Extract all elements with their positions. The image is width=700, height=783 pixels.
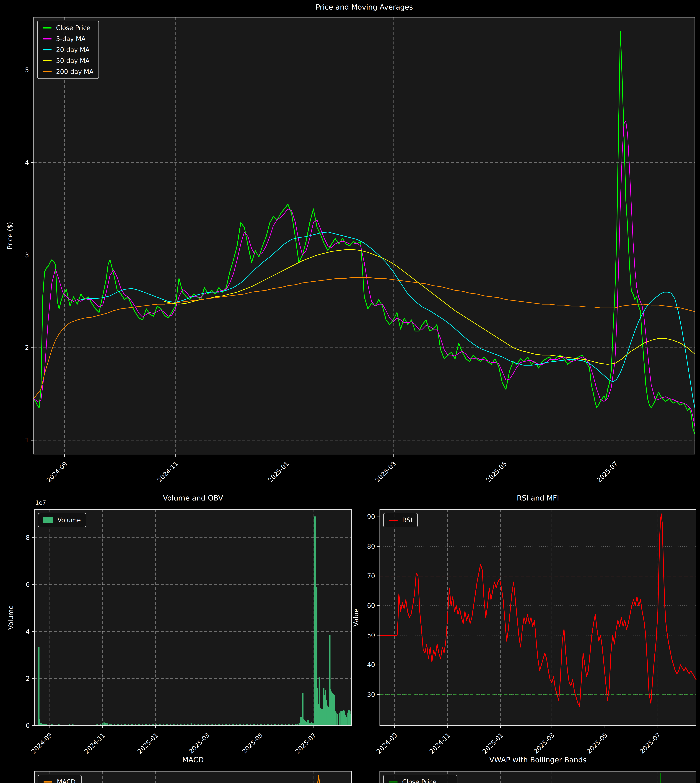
y-tick-label: 50 [367,631,375,639]
volume-bar [102,723,103,726]
y-tick-label: 60 [367,602,375,609]
legend-item: Volume [43,516,81,524]
legend-item: 5-day MA [43,35,93,42]
y-tick-label: 70 [367,572,375,580]
y-tick-label: 1 [25,436,29,444]
y-tick-label: 90 [367,513,375,520]
y-tick-label: 6 [26,581,30,588]
volume-bar [38,647,40,726]
x-tick-label: 2025-05 [485,460,508,484]
volume-bar [314,516,316,726]
volume-bar [107,723,108,726]
legend-line-swatch [43,49,52,50]
plot-area [34,17,695,454]
y-tick-label: 0 [26,722,30,729]
x-tick-label: 2025-07 [294,731,317,755]
y-tick-label: 2 [26,675,30,682]
legend-item: Close Price [43,24,93,32]
legend-line-swatch [43,27,52,28]
legend-patch-swatch [43,517,53,523]
volume-bar [239,724,241,726]
figure: 2024-092024-112025-012025-032025-052025-… [0,0,700,783]
plot-area [35,771,352,783]
x-tick-label: 2024-11 [156,460,180,484]
volume-chart-title: Volume and OBV [35,494,352,502]
volume-bar [191,723,192,726]
legend-label: MACD [57,778,76,783]
legend-line-swatch [389,520,398,521]
y-tick-label: 3 [25,252,29,259]
legend-line-swatch [43,71,52,72]
price-chart-title: Price and Moving Averages [34,3,695,11]
x-tick-label: 2025-03 [374,460,397,484]
volume-bar [335,713,337,726]
x-tick-label: 2025-05 [241,731,264,755]
y-tick-label: 5 [25,67,29,73]
legend-item: 20-day MA [43,46,93,53]
volume-bar [346,717,347,726]
legend-label: 20-day MA [56,46,90,53]
y-tick-label: 4 [26,628,30,635]
x-tick-label: 2024-11 [428,731,452,755]
rsi-chart-ylabel: Value [352,608,360,626]
y-tick-label: 8 [26,534,30,541]
legend-item: MACD [43,778,76,783]
x-tick-label: 2025-03 [187,731,211,755]
rsi-chart-title: RSI and MFI [380,494,696,502]
plot-area [380,510,696,726]
legend-label: Volume [57,516,81,524]
plot-area [35,510,352,726]
legend-label: 200-day MA [56,68,93,75]
volume-bar [298,723,300,726]
legend-item: RSI [389,516,412,524]
x-tick-label: 2025-01 [136,731,160,755]
volume-axis-offset-text: 1e7 [35,500,46,506]
legend-line-swatch [43,60,52,62]
legend-line-swatch [43,781,52,783]
volume-bar [300,717,302,726]
macd-chart-title: MACD [35,756,352,764]
x-tick-label: 2025-01 [481,731,505,755]
x-tick-label: 2025-05 [585,731,609,755]
legend-label: RSI [402,516,412,524]
x-tick-label: 2025-07 [638,731,662,755]
chart-rsi-mfi: 2024-092024-112025-012025-032025-052025-… [367,510,696,755]
volume-chart-legend: Volume [38,513,86,527]
volume-bar [297,724,298,726]
y-tick-label: 80 [367,543,375,550]
volume-bar [339,713,340,726]
legend-label: 50-day MA [56,57,90,64]
chart-volume-obv: 2024-092024-112025-012025-032025-052025-… [26,510,352,755]
chart-price-ma: 2024-092024-112025-012025-032025-052025-… [25,17,695,484]
volume-bar [132,724,133,726]
y-tick-label: 30 [367,691,375,698]
volume-bar [337,714,338,726]
rsi-chart-legend: RSI [383,513,418,527]
volume-bar [260,724,262,726]
legend-label: 5-day MA [56,35,85,42]
x-tick-label: 2024-11 [83,731,107,755]
legend-line-swatch [389,781,398,783]
price-chart-legend: Close Price5-day MA20-day MA50-day MA200… [37,21,99,79]
y-tick-label: 2 [25,344,29,351]
volume-bar [166,724,168,726]
charts-canvas: 2024-092024-112025-012025-032025-052025-… [0,0,700,783]
volume-bar [103,723,105,726]
vwap-chart-legend: Close PriceVWAPVWAP BB UpperVWAP BB Lowe… [383,775,457,783]
vwap-chart-title: VWAP with Bollinger Bands [380,756,696,764]
legend-line-swatch [43,38,52,40]
volume-chart-ylabel: Volume [7,605,15,630]
x-tick-label: 2024-09 [30,731,53,755]
legend-item: 200-day MA [43,68,93,75]
legend-label: Close Price [56,24,90,32]
volume-bar [42,724,44,726]
x-tick-label: 2024-09 [45,460,69,484]
x-tick-label: 2025-03 [532,731,556,755]
x-tick-label: 2025-07 [595,460,619,484]
legend-item: 50-day MA [43,57,93,64]
x-tick-label: 2025-01 [267,460,290,484]
macd-chart-legend: MACDSignal [38,775,82,783]
volume-bar [222,724,223,726]
volume-bar [105,723,107,726]
x-tick-label: 2024-09 [375,731,399,755]
